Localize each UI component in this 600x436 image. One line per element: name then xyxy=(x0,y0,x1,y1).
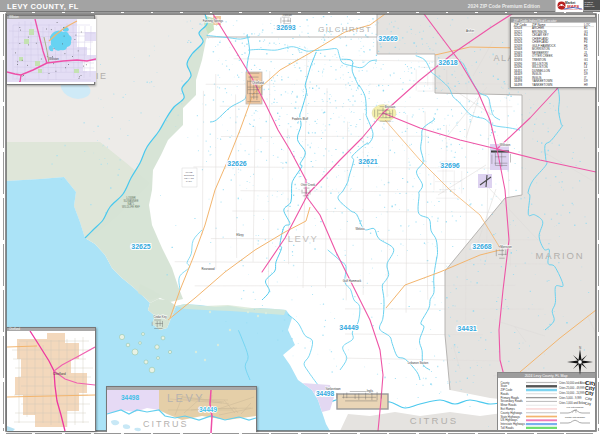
svg-text:34449: 34449 xyxy=(339,324,359,331)
svg-text:Bronson: Bronson xyxy=(385,105,396,109)
svg-text:Cities 5,000 - 9,999: Cities 5,000 - 9,999 xyxy=(559,396,582,400)
svg-text:Inglis: Inglis xyxy=(367,389,374,393)
svg-text:32693: 32693 xyxy=(276,24,296,31)
svg-text:Lebanon Station: Lebanon Station xyxy=(408,361,429,365)
svg-text:WILDLIFE REF: WILDLIFE REF xyxy=(122,205,140,209)
svg-text:34498: 34498 xyxy=(514,83,522,87)
svg-text:Cities 1,000 and Below: Cities 1,000 and Below xyxy=(559,401,586,405)
svg-text:Ellzey: Ellzey xyxy=(236,233,244,237)
svg-text:Yankeetown: Yankeetown xyxy=(325,387,341,391)
svg-text:LEVY: LEVY xyxy=(288,233,319,244)
svg-text:LEVY CO: LEVY CO xyxy=(184,177,194,179)
svg-text:32626: 32626 xyxy=(227,160,247,167)
svg-text:Fowlers Bluff: Fowlers Bluff xyxy=(292,117,308,121)
svg-text:34431: 34431 xyxy=(457,325,477,332)
svg-text:32625: 32625 xyxy=(131,243,151,250)
svg-text:Rosewood: Rosewood xyxy=(201,267,215,271)
svg-text:32668: 32668 xyxy=(472,243,492,250)
svg-text:LEVY: LEVY xyxy=(167,392,205,404)
svg-text:GILCHRIST: GILCHRIST xyxy=(318,25,371,34)
svg-text:H9: H9 xyxy=(584,83,588,87)
svg-text:Williston: Williston xyxy=(500,143,511,147)
svg-text:N: N xyxy=(579,346,581,350)
svg-text:Toll Roads: Toll Roads xyxy=(501,426,515,430)
svg-text:CITRUS: CITRUS xyxy=(410,415,459,426)
svg-text:Fanning Springs: Fanning Springs xyxy=(203,19,224,23)
svg-text:34498: 34498 xyxy=(121,394,139,401)
svg-text:Partial Interchange: Partial Interchange xyxy=(565,416,586,419)
svg-text:PARK: PARK xyxy=(186,180,192,182)
svg-text:34498: 34498 xyxy=(316,390,334,397)
svg-text:Cedar Key: Cedar Key xyxy=(153,315,167,319)
svg-text:MARION: MARION xyxy=(536,250,585,261)
svg-text:Otter Creek: Otter Creek xyxy=(301,183,316,187)
svg-text:Wekiva: Wekiva xyxy=(355,227,365,231)
svg-text:SPRINGS: SPRINGS xyxy=(184,174,194,176)
svg-text:34449: 34449 xyxy=(199,406,217,413)
svg-text:WHITE: WHITE xyxy=(185,171,193,173)
svg-text:Cities 10,000 - 24,999: Cities 10,000 - 24,999 xyxy=(559,391,585,395)
svg-text:Cities 25,000 - 49,999: Cities 25,000 - 49,999 xyxy=(559,386,585,390)
svg-text:CITRUS: CITRUS xyxy=(143,419,189,429)
svg-text:32618: 32618 xyxy=(438,59,458,66)
svg-text:32621: 32621 xyxy=(358,158,378,165)
svg-text:City: City xyxy=(585,396,592,401)
svg-text:32669: 32669 xyxy=(378,35,398,42)
svg-text:32696: 32696 xyxy=(440,162,460,169)
svg-text:Archer: Archer xyxy=(466,29,474,33)
svg-text:2024 Levy County, FL Map: 2024 Levy County, FL Map xyxy=(525,374,568,378)
svg-text:YANKEETOWN: YANKEETOWN xyxy=(532,83,552,87)
svg-text:Chiefland: Chiefland xyxy=(53,372,66,376)
svg-text:Full Interchange: Full Interchange xyxy=(566,406,584,409)
svg-text:Williston: Williston xyxy=(49,57,59,61)
svg-text:City: City xyxy=(585,402,591,406)
svg-text:Morriston: Morriston xyxy=(500,245,512,249)
svg-text:Chiefland: Chiefland xyxy=(252,81,264,85)
svg-text:Gulf Hammock: Gulf Hammock xyxy=(343,279,362,283)
